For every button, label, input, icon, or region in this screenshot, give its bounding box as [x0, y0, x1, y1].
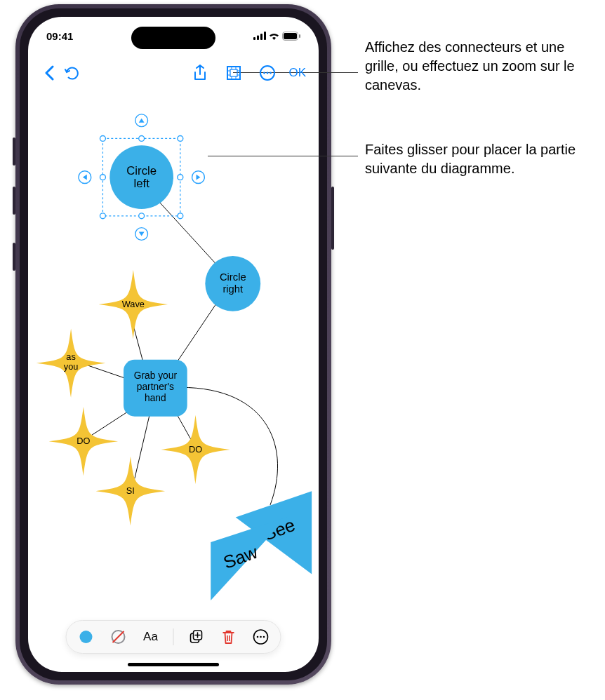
more-button[interactable]: [256, 62, 279, 84]
label-wave: Wave: [122, 299, 145, 309]
svg-point-34: [100, 213, 106, 219]
delete-button[interactable]: [219, 627, 239, 647]
phone-screen: 09:41 OK: [28, 17, 319, 672]
svg-point-35: [139, 213, 145, 219]
shape-saw[interactable]: Saw: [211, 518, 286, 600]
wifi-icon: [268, 32, 280, 40]
callout-grid: Affichez des connecteurs et une grille, …: [365, 38, 590, 95]
svg-point-29: [100, 135, 106, 141]
svg-line-26: [135, 414, 150, 479]
svg-point-30: [139, 135, 145, 141]
label-circle-right: Circleright: [220, 271, 246, 295]
grid-button[interactable]: [222, 62, 245, 84]
svg-rect-7: [227, 67, 240, 79]
label-do2: DO: [189, 444, 202, 455]
svg-rect-5: [284, 33, 297, 39]
svg-rect-8: [230, 69, 237, 76]
svg-line-21: [158, 201, 225, 274]
status-time: 09:41: [46, 30, 73, 42]
home-indicator: [128, 663, 219, 666]
undo-button[interactable]: [60, 62, 83, 84]
svg-point-51: [257, 636, 259, 638]
callout-drag: Faites glisser pour placer la partie sui…: [365, 140, 590, 178]
svg-point-33: [178, 175, 183, 180]
duplicate-button[interactable]: [187, 627, 206, 647]
diagram-canvas[interactable]: Wave asyou DO SI DO Grab yourpartner'sha…: [28, 90, 319, 616]
bottom-toolbar: Aa: [66, 620, 281, 654]
top-toolbar: OK: [28, 59, 319, 87]
svg-rect-1: [257, 36, 259, 41]
svg-point-53: [263, 636, 265, 638]
svg-point-41: [80, 631, 93, 643]
svg-line-23: [133, 325, 144, 364]
svg-point-36: [178, 213, 183, 219]
svg-rect-6: [299, 34, 300, 38]
battery-icon: [282, 32, 300, 41]
svg-point-32: [100, 175, 106, 180]
svg-rect-3: [264, 32, 266, 40]
label-do1: DO: [77, 436, 90, 446]
iphone-frame: 09:41 OK: [15, 4, 331, 685]
svg-rect-2: [260, 34, 262, 40]
done-button[interactable]: OK: [286, 66, 309, 80]
svg-rect-0: [253, 37, 255, 40]
separator: [173, 628, 174, 645]
dynamic-island: [131, 27, 215, 49]
svg-line-43: [113, 631, 124, 642]
share-button[interactable]: [189, 62, 211, 84]
svg-point-20: [270, 72, 272, 74]
cellular-icon: [253, 32, 266, 40]
svg-point-31: [178, 135, 183, 141]
back-button[interactable]: [38, 62, 60, 84]
svg-point-18: [264, 72, 266, 74]
svg-point-52: [260, 636, 262, 638]
font-button[interactable]: Aa: [141, 627, 161, 647]
no-stroke-button[interactable]: [109, 627, 128, 647]
fill-color-button[interactable]: [77, 627, 96, 647]
svg-point-19: [267, 72, 269, 74]
callout-line-2: [208, 156, 358, 156]
connectors: [81, 201, 278, 505]
label-si: SI: [126, 485, 135, 496]
more-options-button[interactable]: [251, 627, 271, 647]
